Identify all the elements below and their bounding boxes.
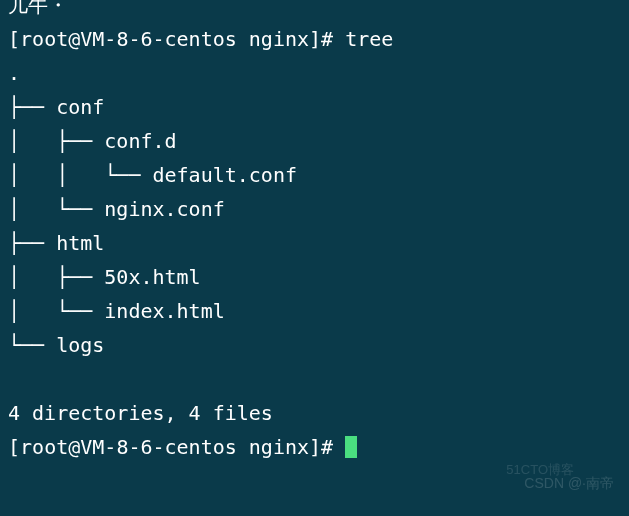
tree-line: │ └── nginx.conf [8,192,621,226]
tree-line: ├── html [8,226,621,260]
summary-line: 4 directories, 4 files [8,396,621,430]
tree-line: │ └── index.html [8,294,621,328]
cursor [345,436,357,458]
terminal-output[interactable]: 儿牛・ [root@VM-8-6-centos nginx]# tree . ├… [0,0,629,464]
tree-line: │ ├── conf.d [8,124,621,158]
tree-line: ├── conf [8,90,621,124]
bracket-close: ]# [309,435,345,459]
prompt-line: [root@VM-8-6-centos nginx]# tree [8,22,621,56]
bracket-open: [ [8,435,20,459]
tree-line: │ ├── 50x.html [8,260,621,294]
prompt-user-host: root@VM-8-6-centos nginx [20,27,309,51]
bracket-close: ]# [309,27,345,51]
partial-line: 儿牛・ [8,0,621,22]
blank-line [8,362,621,396]
watermark-text: CSDN @·南帝 [524,472,614,496]
tree-line: │ │ └── default.conf [8,158,621,192]
tree-line: └── logs [8,328,621,362]
bracket-open: [ [8,27,20,51]
prompt-user-host: root@VM-8-6-centos nginx [20,435,309,459]
tree-root-dot: . [8,56,621,90]
command-text: tree [345,27,393,51]
